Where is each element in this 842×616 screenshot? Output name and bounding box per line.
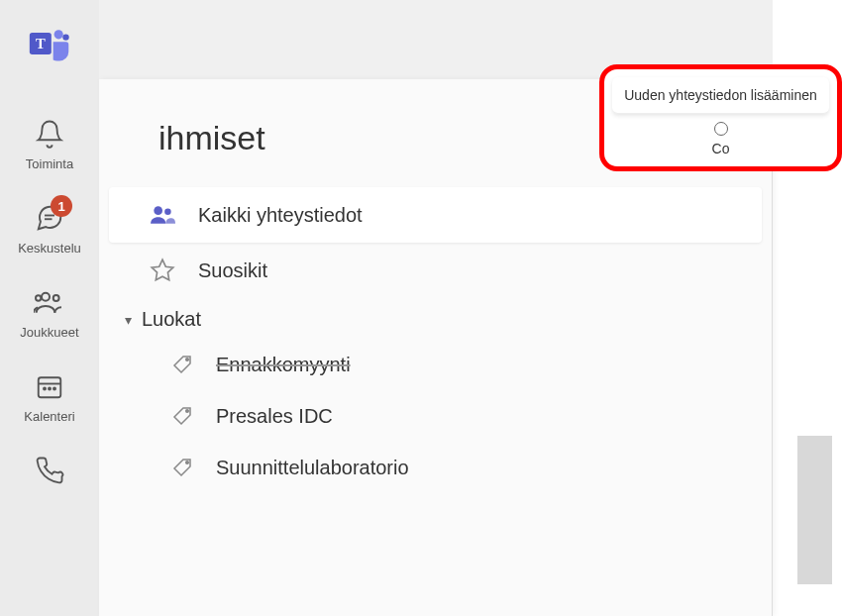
star-icon [149,257,176,284]
svg-point-19 [186,462,189,464]
svg-point-11 [44,388,46,390]
circle-icon [714,122,728,136]
rail-label: Kalenteri [24,409,74,424]
svg-point-2 [54,30,63,39]
teams-icon [33,285,66,319]
list-item-label: Kaikki yhteystiedot [198,204,363,227]
rail-item-chat[interactable]: 1 Keskustelu [18,201,81,256]
rail-label: Keskustelu [18,241,81,256]
svg-marker-16 [152,259,173,280]
tooltip-title: Uuden yhteystiedon lisääminen [612,77,829,114]
category-item[interactable]: Ennakkomyynti [109,339,762,390]
chat-icon: 1 [33,201,66,235]
list-item-label: Suosikit [198,259,267,282]
tag-icon [168,351,196,378]
section-label: Luokat [142,308,201,331]
rail-item-teams[interactable]: Joukkueet [20,285,78,340]
svg-point-15 [164,209,171,216]
teams-logo[interactable]: T [26,20,73,67]
tooltip-sub-label: Co [712,141,730,156]
rail-item-activity[interactable]: Toiminta [26,117,73,171]
svg-point-17 [186,359,189,361]
category-label: Suunnittelulaboratorio [216,457,409,479]
svg-point-12 [49,388,51,390]
calendar-icon [33,369,66,403]
tag-icon [168,454,196,481]
add-contact-callout: Uuden yhteystiedon lisääminen Co [599,64,842,171]
gray-placeholder [797,436,832,584]
list-item-favorites[interactable]: Suosikit [109,243,762,298]
svg-point-13 [53,388,55,390]
svg-point-6 [42,293,50,301]
bell-icon [33,117,66,151]
category-label: Ennakkomyynti [216,354,351,376]
svg-point-18 [186,410,189,413]
people-icon [149,201,176,229]
rail-item-calendar[interactable]: Kalenteri [24,369,74,424]
chevron-down-icon: ▾ [125,312,132,328]
list-item-all-contacts[interactable]: Kaikki yhteystiedot [109,187,762,243]
app-rail: T Toiminta 1 Keskustelu [0,0,99,616]
phone-icon [33,454,66,487]
rail-label: Toiminta [26,156,73,171]
tag-icon [168,402,196,430]
categories-header[interactable]: ▾ Luokat [109,298,762,339]
rail-item-calls[interactable] [33,454,66,493]
category-item[interactable]: Presales IDC [109,390,762,442]
rail-label: Joukkueet [20,325,78,340]
svg-text:T: T [36,36,46,51]
notification-badge: 1 [51,195,72,217]
svg-point-3 [62,34,68,40]
contact-list: Kaikki yhteystiedot Suosikit ▾ Luokat En… [99,187,772,493]
category-item[interactable]: Suunnittelulaboratorio [109,442,762,493]
category-label: Presales IDC [216,405,333,428]
tooltip-sub[interactable]: Co [604,122,837,156]
svg-point-7 [53,295,59,301]
svg-point-8 [36,295,41,300]
svg-point-14 [154,206,162,215]
